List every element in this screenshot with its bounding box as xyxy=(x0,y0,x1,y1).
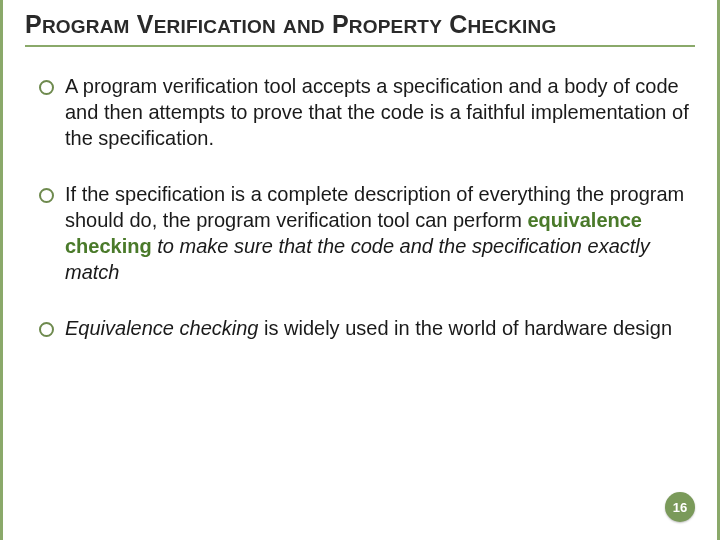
title-word5-cap: C xyxy=(449,10,467,38)
slide-content: PROGRAM VERIFICATION AND PROPERTY CHECKI… xyxy=(3,0,717,341)
title-word3: AND xyxy=(283,16,325,37)
title-word5-rest: HECKING xyxy=(467,16,556,37)
bullet-2-post: to make sure that the code and the speci… xyxy=(65,235,650,283)
page-number: 16 xyxy=(673,500,687,515)
title-word2-cap: V xyxy=(137,10,154,38)
bullet-3-italic: Equivalence checking xyxy=(65,317,258,339)
bullet-item-3: Equivalence checking is widely used in t… xyxy=(39,315,695,341)
bullet-item-1: A program verification tool accepts a sp… xyxy=(39,73,695,151)
title-word1-rest: ROGRAM xyxy=(42,16,130,37)
title-word1-cap: P xyxy=(25,10,42,38)
slide-title: PROGRAM VERIFICATION AND PROPERTY CHECKI… xyxy=(25,10,695,47)
page-number-badge: 16 xyxy=(665,492,695,522)
title-word4-cap: P xyxy=(332,10,349,38)
bullet-3-rest: is widely used in the world of hardware … xyxy=(258,317,672,339)
title-word2-rest: ERIFICATION xyxy=(154,16,276,37)
title-word4-rest: ROPERTY xyxy=(349,16,442,37)
bullet-1-text: A program verification tool accepts a sp… xyxy=(65,75,689,149)
bullet-item-2: If the specification is a complete descr… xyxy=(39,181,695,285)
bullet-list: A program verification tool accepts a sp… xyxy=(25,73,695,341)
